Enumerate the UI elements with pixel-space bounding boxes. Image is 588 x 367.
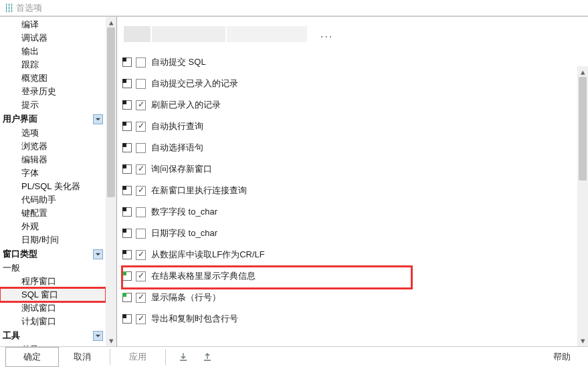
option-label: 自动选择语句 bbox=[151, 142, 203, 154]
chevron-down-icon[interactable] bbox=[93, 249, 103, 259]
window-title: 首选项 bbox=[16, 2, 42, 14]
option-row: 自动执行查询 bbox=[122, 116, 588, 137]
lock-indicator[interactable] bbox=[122, 57, 132, 67]
option-row: 数字字段 to_char bbox=[122, 201, 588, 223]
scroll-up-icon[interactable]: ▴ bbox=[106, 17, 116, 27]
checkbox[interactable] bbox=[136, 314, 146, 324]
checkbox[interactable] bbox=[136, 271, 146, 281]
cancel-button[interactable]: 取消 bbox=[62, 348, 103, 366]
checkbox[interactable] bbox=[136, 122, 146, 132]
overflow-ellipsis[interactable]: ... bbox=[320, 28, 333, 40]
scroll-track[interactable] bbox=[106, 27, 116, 335]
tree-item[interactable]: 编辑器 bbox=[0, 153, 106, 166]
tree-item[interactable]: 计划窗口 bbox=[0, 315, 106, 328]
tree-item[interactable]: 程序窗口 bbox=[0, 275, 106, 288]
checkbox[interactable] bbox=[136, 143, 146, 153]
tree-item[interactable]: 概览图 bbox=[0, 72, 106, 85]
lock-indicator[interactable] bbox=[122, 186, 132, 195]
option-row: 日期字段 to_char bbox=[122, 223, 588, 244]
apply-button[interactable]: 应用 bbox=[117, 348, 159, 366]
option-row: 在新窗口里执行连接查询 bbox=[122, 180, 588, 201]
scroll-thumb[interactable] bbox=[579, 77, 587, 180]
ok-button[interactable]: 确定 bbox=[5, 347, 59, 367]
sidebar: 编译调试器输出跟踪概览图登录历史提示用户界面选项浏览器编辑器字体PL/SQL 美… bbox=[0, 17, 117, 346]
tree-item[interactable]: 跟踪 bbox=[0, 58, 106, 72]
lock-indicator[interactable] bbox=[122, 271, 132, 281]
options-list: 自动提交 SQL自动提交已录入的记录刷新已录入的记录自动执行查询自动选择语句询问… bbox=[117, 47, 588, 346]
main-header: ... bbox=[117, 17, 588, 47]
option-label: 数字字段 to_char bbox=[151, 206, 217, 218]
tree-item[interactable]: 代码助手 bbox=[0, 193, 106, 207]
option-label: 日期字段 to_char bbox=[151, 227, 217, 239]
checkbox[interactable] bbox=[136, 229, 146, 239]
tree-category[interactable]: 用户界面 bbox=[0, 112, 106, 126]
lock-indicator[interactable] bbox=[122, 122, 132, 131]
option-row: 从数据库中读取LF作为CR/LF bbox=[122, 244, 588, 265]
option-row: 自动提交已录入的记录 bbox=[122, 73, 588, 94]
option-label: 在新窗口里执行连接查询 bbox=[151, 185, 247, 197]
lock-indicator[interactable] bbox=[122, 164, 132, 174]
preferences-window: ┆┆┆ 首选项 编译调试器输出跟踪概览图登录历史提示用户界面选项浏览器编辑器字体… bbox=[0, 0, 588, 367]
sidebar-scrollbar[interactable]: ▴ ▾ bbox=[106, 17, 116, 346]
tree-item[interactable]: 编译 bbox=[0, 18, 106, 31]
option-label: 询问保存新窗口 bbox=[151, 163, 212, 175]
tree-item[interactable]: 提示 bbox=[0, 98, 106, 112]
tree-item[interactable]: 一般 bbox=[0, 261, 106, 275]
checkbox[interactable] bbox=[136, 186, 146, 196]
tree-item[interactable]: 调试器 bbox=[0, 31, 106, 45]
lock-indicator[interactable] bbox=[122, 293, 132, 302]
checkbox[interactable] bbox=[136, 207, 146, 217]
tree-item-sql-window[interactable]: SQL 窗口 bbox=[0, 288, 106, 301]
option-label: 显示隔条（行号） bbox=[151, 291, 221, 303]
checkbox[interactable] bbox=[136, 100, 146, 110]
option-row: 自动提交 SQL bbox=[122, 51, 588, 73]
checkbox[interactable] bbox=[136, 79, 146, 89]
sliders-icon: ┆┆┆ bbox=[4, 3, 12, 13]
tree-item[interactable]: 外观 bbox=[0, 220, 106, 233]
checkbox[interactable] bbox=[136, 57, 146, 68]
redacted-box bbox=[124, 26, 151, 42]
chevron-down-icon[interactable] bbox=[93, 114, 103, 124]
option-row: 显示隔条（行号） bbox=[122, 287, 588, 308]
body: 编译调试器输出跟踪概览图登录历史提示用户界面选项浏览器编辑器字体PL/SQL 美… bbox=[0, 16, 588, 346]
option-label: 从数据库中读取LF作为CR/LF bbox=[151, 249, 265, 261]
tree-item[interactable]: 测试窗口 bbox=[0, 301, 106, 315]
help-button[interactable]: 帮助 bbox=[541, 348, 583, 366]
lock-indicator[interactable] bbox=[122, 250, 132, 259]
checkbox[interactable] bbox=[136, 164, 146, 174]
tree-item[interactable]: 日期/时间 bbox=[0, 233, 106, 247]
lock-indicator[interactable] bbox=[122, 314, 132, 324]
tree-item[interactable]: 输出 bbox=[0, 45, 106, 58]
category-tree[interactable]: 编译调试器输出跟踪概览图登录历史提示用户界面选项浏览器编辑器字体PL/SQL 美… bbox=[0, 17, 106, 346]
main-scrollbar[interactable]: ▴ ▾ bbox=[577, 66, 588, 346]
scroll-up-icon[interactable]: ▴ bbox=[577, 66, 588, 77]
tree-item[interactable]: 字体 bbox=[0, 166, 106, 180]
tree-item[interactable]: PL/SQL 美化器 bbox=[0, 180, 106, 193]
tree-item[interactable]: 选项 bbox=[0, 126, 106, 140]
lock-indicator[interactable] bbox=[122, 229, 132, 238]
scroll-down-icon[interactable]: ▾ bbox=[577, 336, 588, 346]
checkbox[interactable] bbox=[136, 293, 146, 303]
scroll-track[interactable] bbox=[577, 77, 588, 335]
chevron-down-icon[interactable] bbox=[93, 331, 103, 341]
tree-category[interactable]: 工具 bbox=[0, 328, 106, 343]
tree-item[interactable]: 键配置 bbox=[0, 207, 106, 220]
lock-indicator[interactable] bbox=[122, 143, 132, 152]
lock-indicator[interactable] bbox=[122, 207, 132, 217]
lock-indicator[interactable] bbox=[122, 79, 132, 88]
divider bbox=[110, 349, 110, 365]
option-row: 导出和复制时包含行号 bbox=[122, 308, 588, 330]
tree-category[interactable]: 窗口类型 bbox=[0, 247, 106, 261]
export-icon[interactable] bbox=[201, 352, 214, 362]
scroll-thumb[interactable] bbox=[107, 27, 115, 197]
main-panel: ... 自动提交 SQL自动提交已录入的记录刷新已录入的记录自动执行查询自动选择… bbox=[117, 17, 588, 346]
redacted-box bbox=[227, 26, 307, 42]
checkbox[interactable] bbox=[136, 250, 146, 260]
scroll-down-icon[interactable]: ▾ bbox=[106, 336, 116, 346]
titlebar: ┆┆┆ 首选项 bbox=[0, 0, 588, 16]
import-icon[interactable] bbox=[177, 352, 190, 362]
tree-item[interactable]: 登录历史 bbox=[0, 85, 106, 98]
footer: 确定 取消 应用 帮助 bbox=[0, 346, 588, 367]
lock-indicator[interactable] bbox=[122, 100, 132, 110]
tree-item[interactable]: 浏览器 bbox=[0, 140, 106, 153]
